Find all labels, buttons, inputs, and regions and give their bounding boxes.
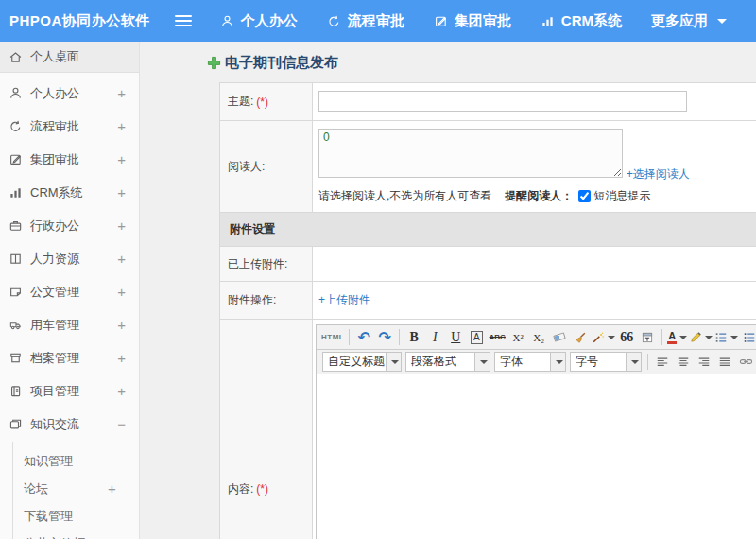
highlight-color-button[interactable] bbox=[689, 328, 713, 347]
superscript-button[interactable]: X² bbox=[508, 328, 527, 347]
italic-button[interactable]: I bbox=[425, 328, 444, 347]
insert-link-button[interactable] bbox=[736, 353, 755, 372]
align-justify-icon bbox=[718, 356, 731, 369]
expand-plus[interactable]: + bbox=[117, 284, 126, 300]
align-left-button[interactable] bbox=[653, 353, 672, 372]
caret-down-icon bbox=[391, 360, 399, 364]
font-color-a-icon: A bbox=[667, 330, 677, 344]
remove-format-button[interactable] bbox=[550, 328, 569, 347]
broom-icon bbox=[574, 331, 587, 344]
sidebar-item-admin-office[interactable]: 行政办公 + bbox=[0, 209, 139, 242]
paragraph-format-dropdown[interactable]: 段落格式 bbox=[405, 352, 490, 372]
blockquote-button[interactable]: 66 bbox=[617, 328, 636, 347]
sidebar-item-knowledge-exchange[interactable]: 知识交流 − bbox=[0, 408, 139, 441]
nav-group-approval[interactable]: 集团审批 bbox=[434, 12, 511, 30]
upload-attachment-link[interactable]: +上传附件 bbox=[318, 292, 370, 308]
sidebar-item-group-approval[interactable]: 集团审批 + bbox=[0, 143, 139, 176]
align-left-icon bbox=[656, 356, 669, 369]
hamburger-icon bbox=[175, 15, 192, 17]
sidebar-item-human-resources[interactable]: 人力资源 + bbox=[0, 242, 139, 275]
expand-plus[interactable]: + bbox=[117, 217, 126, 234]
page-head: 电子期刊信息发布 bbox=[207, 54, 756, 72]
expand-plus[interactable]: + bbox=[117, 151, 126, 167]
sidebar-item-crm-system[interactable]: CRM系统 + bbox=[0, 176, 139, 209]
unordered-list-button[interactable] bbox=[740, 328, 756, 347]
underline-button[interactable]: U bbox=[446, 328, 465, 347]
uploaded-attachments-row: 已上传附件: bbox=[220, 247, 756, 282]
font-size-dropdown[interactable]: 字号 bbox=[570, 352, 642, 372]
select-readers-link[interactable]: +选择阅读人 bbox=[627, 166, 690, 183]
sidebar-subitem-public-file-cabinet[interactable]: 公共文件柜 bbox=[13, 530, 139, 539]
sidebar-item-vehicle-management[interactable]: 用车管理 + bbox=[0, 308, 139, 341]
sidebar-item-personal-desktop[interactable]: 个人桌面 bbox=[0, 42, 139, 73]
car-icon bbox=[9, 318, 23, 332]
sidebar-item-personal-office[interactable]: 个人办公 + bbox=[0, 77, 139, 110]
align-center-icon bbox=[677, 356, 690, 369]
subject-input[interactable] bbox=[318, 91, 687, 112]
caret-down-icon bbox=[717, 19, 727, 24]
html-source-button[interactable]: HTML bbox=[321, 328, 344, 347]
caret-down-icon bbox=[730, 336, 738, 339]
custom-title-dropdown[interactable]: 自定义标题 bbox=[322, 352, 402, 372]
sms-checkbox[interactable] bbox=[578, 190, 591, 202]
layers-icon bbox=[9, 417, 23, 431]
expand-plus[interactable]: + bbox=[117, 350, 126, 366]
sidebar-item-archive-management[interactable]: 档案管理 + bbox=[0, 341, 139, 374]
bar-chart-icon bbox=[541, 14, 555, 28]
expand-plus[interactable]: + bbox=[108, 480, 116, 496]
expand-plus[interactable]: + bbox=[117, 383, 126, 399]
undo-button[interactable]: ↶ bbox=[354, 328, 373, 347]
expand-plus[interactable]: + bbox=[117, 85, 126, 101]
sidebar-item-document-management[interactable]: 公文管理 + bbox=[0, 275, 139, 308]
rich-text-editor: HTML ↶ ↷ B I U A ABC X² X₂ bbox=[316, 324, 756, 539]
font-border-button[interactable]: A bbox=[467, 328, 486, 347]
ordered-list-button[interactable] bbox=[714, 328, 738, 347]
readers-label: 阅读人: bbox=[228, 159, 265, 175]
sidebar-subitem-knowledge-management[interactable]: 知识管理 bbox=[13, 447, 139, 475]
sidebar-subitem-download-management[interactable]: 下载管理 bbox=[13, 502, 139, 530]
link-icon bbox=[739, 355, 753, 369]
clear-doc-button[interactable] bbox=[571, 328, 590, 347]
readers-textarea[interactable]: 0 bbox=[318, 129, 623, 178]
font-color-button[interactable]: A bbox=[667, 328, 687, 347]
required-mark: (*) bbox=[256, 96, 268, 109]
bold-button[interactable]: B bbox=[404, 328, 423, 347]
knowledge-submenu: 知识管理 论坛 + 下载管理 公共文件柜 bbox=[12, 442, 139, 539]
auto-typeset-button[interactable] bbox=[592, 328, 615, 347]
expand-plus[interactable]: + bbox=[117, 317, 126, 333]
workflow-icon bbox=[9, 119, 23, 133]
insert-date-button[interactable] bbox=[638, 328, 657, 347]
strikethrough-button[interactable]: ABC bbox=[488, 328, 507, 347]
workflow-icon bbox=[327, 14, 341, 28]
sidebar-subitem-forum[interactable]: 论坛 + bbox=[13, 475, 139, 502]
expand-plus[interactable]: + bbox=[117, 118, 126, 134]
nav-more-apps[interactable]: 更多应用 bbox=[651, 12, 727, 30]
nav-workflow-approval[interactable]: 流程审批 bbox=[327, 12, 404, 30]
top-nav: 个人办公 流程审批 集团审批 CRM系统 更多应用 bbox=[220, 12, 756, 30]
user-icon bbox=[9, 86, 23, 100]
readers-hint-text: 请选择阅读人,不选为所有人可查看 bbox=[318, 188, 491, 204]
nav-personal-office[interactable]: 个人办公 bbox=[220, 12, 298, 30]
sidebar: 个人桌面 个人办公 + 流程审批 + 集团审批 + CRM系统 + 行政办公 +… bbox=[0, 42, 140, 539]
font-family-dropdown[interactable]: 字体 bbox=[494, 352, 566, 372]
content-label: 内容: bbox=[228, 481, 253, 497]
expand-plus[interactable]: + bbox=[117, 251, 126, 267]
briefcase-icon bbox=[9, 218, 23, 233]
sidebar-item-project-management[interactable]: 项目管理 + bbox=[0, 374, 139, 408]
expand-plus[interactable]: + bbox=[117, 184, 126, 200]
sidebar-item-workflow-approval[interactable]: 流程审批 + bbox=[0, 110, 139, 143]
editor-content[interactable] bbox=[317, 374, 756, 539]
app-title: PHPOA协同办公软件 bbox=[0, 12, 163, 30]
align-justify-button[interactable] bbox=[715, 353, 734, 372]
hamburger-menu-button[interactable] bbox=[175, 12, 192, 29]
expand-minus[interactable]: − bbox=[117, 416, 126, 432]
redo-button[interactable]: ↷ bbox=[375, 328, 394, 347]
calendar-icon bbox=[641, 331, 654, 344]
archive-icon bbox=[9, 351, 23, 365]
publish-form: 主题: (*) 阅读人: 0 +选择阅读人 请选择阅读人,不选为所有人可查看 提… bbox=[219, 82, 756, 539]
notebook-icon bbox=[9, 384, 23, 398]
align-right-button[interactable] bbox=[695, 353, 713, 372]
subscript-button[interactable]: X₂ bbox=[529, 328, 548, 347]
nav-crm-system[interactable]: CRM系统 bbox=[541, 12, 622, 30]
align-center-button[interactable] bbox=[674, 353, 693, 372]
